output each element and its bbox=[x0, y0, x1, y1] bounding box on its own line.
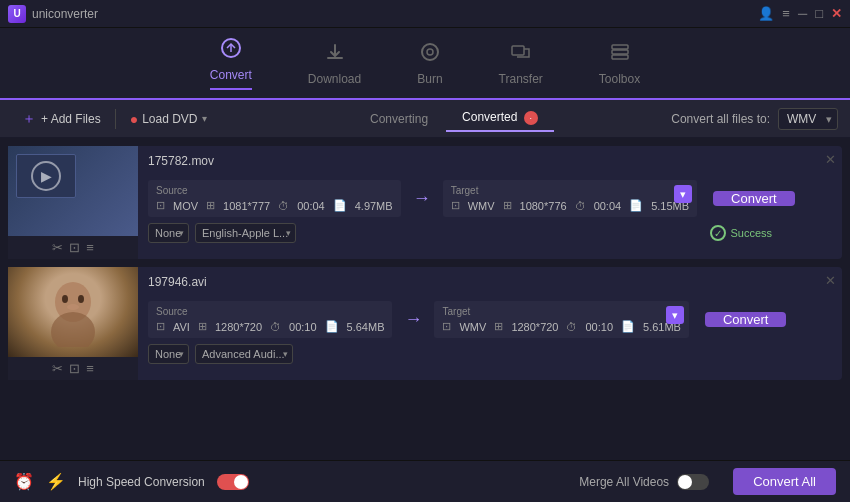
target-dropdown-btn-2[interactable]: ▾ bbox=[666, 306, 684, 324]
format-select[interactable]: WMV MP4 AVI MOV MKV bbox=[778, 108, 838, 130]
scissors-icon-1[interactable]: ✂ bbox=[52, 240, 63, 255]
target-dropdown-btn-1[interactable]: ▾ bbox=[674, 185, 692, 203]
dvd-icon: ● bbox=[130, 111, 138, 127]
tab-converted[interactable]: Converted · bbox=[446, 105, 554, 132]
svg-point-9 bbox=[62, 295, 68, 303]
merge-label-wrap: Merge All Videos bbox=[579, 474, 709, 490]
svg-rect-6 bbox=[612, 55, 628, 59]
file-close-btn-2[interactable]: ✕ bbox=[825, 273, 836, 288]
source-info-2: ⊡ AVI ⊞ 1280*720 ⏱ 00:10 📄 5.64MB bbox=[156, 320, 384, 333]
bottom-bar: ⏰ ⚡ High Speed Conversion Merge All Vide… bbox=[0, 460, 850, 502]
toolbox-nav-icon bbox=[609, 41, 631, 68]
menu-icon[interactable]: ≡ bbox=[782, 6, 790, 21]
nav-item-burn[interactable]: Burn bbox=[409, 37, 450, 90]
target-res-icon-1: ⊞ bbox=[503, 199, 512, 212]
source-block-1: Source ⊡ MOV ⊞ 1081*777 ⏱ 00:04 📄 4.97MB bbox=[148, 180, 401, 217]
transfer-nav-icon bbox=[510, 41, 532, 68]
svg-point-11 bbox=[67, 304, 79, 310]
toolbar: ＋ + Add Files ● Load DVD ▾ Converting Co… bbox=[0, 100, 850, 138]
speed-toggle[interactable] bbox=[217, 474, 249, 490]
nav-label-convert: Convert bbox=[210, 68, 252, 82]
file-name-2: 197946.avi bbox=[148, 275, 832, 289]
target-duration-2: 00:10 bbox=[585, 321, 613, 333]
convert-button-2[interactable]: Convert bbox=[705, 312, 787, 327]
svg-point-10 bbox=[78, 295, 84, 303]
alarm-icon[interactable]: ⏰ bbox=[14, 472, 34, 491]
thumb-play-icon-1[interactable]: ▶ bbox=[31, 161, 61, 191]
details-bottom-row-2: None Advanced Audi... bbox=[148, 344, 832, 364]
add-files-button[interactable]: ＋ + Add Files bbox=[12, 106, 111, 132]
thumb-controls-2: ✂ ⊡ ≡ bbox=[8, 357, 138, 380]
source-dur-icon-1: ⏱ bbox=[278, 200, 289, 212]
effect-select-2[interactable]: None bbox=[148, 344, 189, 364]
file-item-2: ✕ ✂ ⊡ ≡ 197946.avi bbox=[8, 267, 842, 380]
details-section-2: 197946.avi Source ⊡ AVI ⊞ 1280*720 ⏱ 00:… bbox=[138, 267, 842, 380]
convert-all-to-label: Convert all files to: bbox=[671, 112, 770, 126]
speed-label: High Speed Conversion bbox=[78, 475, 205, 489]
nav-label-toolbox: Toolbox bbox=[599, 72, 640, 86]
details-top-row-2: Source ⊡ AVI ⊞ 1280*720 ⏱ 00:10 📄 5.64MB… bbox=[148, 301, 832, 338]
merge-toggle[interactable] bbox=[677, 474, 709, 490]
target-resolution-2: 1280*720 bbox=[511, 321, 558, 333]
settings-icon-1[interactable]: ≡ bbox=[86, 240, 94, 255]
nav-item-download[interactable]: Download bbox=[300, 37, 369, 90]
effect-select-1[interactable]: None bbox=[148, 223, 189, 243]
source-format-icon-2: ⊡ bbox=[156, 320, 165, 333]
thumbnail-2 bbox=[8, 267, 138, 357]
title-bar: U uniconverter 👤 ≡ ─ □ ✕ bbox=[0, 0, 850, 28]
thumb-face-2 bbox=[8, 267, 138, 357]
add-icon: ＋ bbox=[22, 110, 36, 128]
arrow-2: → bbox=[404, 309, 422, 330]
dvd-dropdown-arrow: ▾ bbox=[202, 113, 207, 124]
target-size-icon-1: 📄 bbox=[629, 199, 643, 212]
source-resolution-1: 1081*777 bbox=[223, 200, 270, 212]
source-duration-1: 00:04 bbox=[297, 200, 325, 212]
nav-item-toolbox[interactable]: Toolbox bbox=[591, 37, 648, 90]
audio-select-1[interactable]: English-Apple L... bbox=[195, 223, 296, 243]
thumb-controls-1: ✂ ⊡ ≡ bbox=[8, 236, 138, 259]
scissors-icon-2[interactable]: ✂ bbox=[52, 361, 63, 376]
face-svg bbox=[43, 277, 103, 347]
nav-item-transfer[interactable]: Transfer bbox=[491, 37, 551, 90]
convert-button-1[interactable]: Convert bbox=[713, 191, 795, 206]
file-close-btn-1[interactable]: ✕ bbox=[825, 152, 836, 167]
target-info-1: ⊡ WMV ⊞ 1080*776 ⏱ 00:04 📄 5.15MB bbox=[451, 199, 689, 212]
source-dur-icon-2: ⏱ bbox=[270, 321, 281, 333]
audio-select-2[interactable]: Advanced Audi... bbox=[195, 344, 293, 364]
tab-converting[interactable]: Converting bbox=[354, 107, 444, 131]
user-icon[interactable]: 👤 bbox=[758, 6, 774, 21]
maximize-button[interactable]: □ bbox=[815, 6, 823, 21]
source-duration-2: 00:10 bbox=[289, 321, 317, 333]
minimize-button[interactable]: ─ bbox=[798, 6, 807, 21]
svg-point-2 bbox=[427, 49, 433, 55]
source-label-2: Source bbox=[156, 306, 384, 317]
crop-icon-1[interactable]: ⊡ bbox=[69, 240, 80, 255]
thumbnail-section-2: ✂ ⊡ ≡ bbox=[8, 267, 138, 380]
nav-item-convert[interactable]: Convert bbox=[202, 33, 260, 94]
close-button[interactable]: ✕ bbox=[831, 6, 842, 21]
speed-bolt-icon: ⚡ bbox=[46, 472, 66, 491]
load-dvd-button[interactable]: ● Load DVD ▾ bbox=[120, 107, 217, 131]
nav-bar: Convert Download Burn Transfer bbox=[0, 28, 850, 100]
convert-all-button[interactable]: Convert All bbox=[733, 468, 836, 495]
source-format-1: MOV bbox=[173, 200, 198, 212]
crop-icon-2[interactable]: ⊡ bbox=[69, 361, 80, 376]
nav-underline bbox=[210, 88, 252, 90]
target-label-1: Target bbox=[451, 185, 689, 196]
toolbar-divider-1 bbox=[115, 109, 116, 129]
details-section-1: 175782.mov Source ⊡ MOV ⊞ 1081*777 ⏱ 00:… bbox=[138, 146, 842, 259]
target-block-1: Target ⊡ WMV ⊞ 1080*776 ⏱ 00:04 📄 5.15MB… bbox=[443, 180, 697, 217]
main-content: ✕ ▶ ✂ ⊡ ≡ 175782.mov Source ⊡ MOV bbox=[0, 138, 850, 460]
source-resolution-2: 1280*720 bbox=[215, 321, 262, 333]
source-size-1: 4.97MB bbox=[355, 200, 393, 212]
nav-label-transfer: Transfer bbox=[499, 72, 543, 86]
add-files-label: + Add Files bbox=[41, 112, 101, 126]
target-info-2: ⊡ WMV ⊞ 1280*720 ⏱ 00:10 📄 5.61MB bbox=[442, 320, 680, 333]
effect-select-wrap-1: None bbox=[148, 223, 189, 243]
details-top-row-1: Source ⊡ MOV ⊞ 1081*777 ⏱ 00:04 📄 4.97MB… bbox=[148, 180, 832, 217]
success-badge-1: ✓ Success bbox=[710, 225, 772, 241]
app-logo: U bbox=[8, 5, 26, 23]
target-dur-icon-1: ⏱ bbox=[575, 200, 586, 212]
settings-icon-2[interactable]: ≡ bbox=[86, 361, 94, 376]
effect-select-wrap-2: None bbox=[148, 344, 189, 364]
